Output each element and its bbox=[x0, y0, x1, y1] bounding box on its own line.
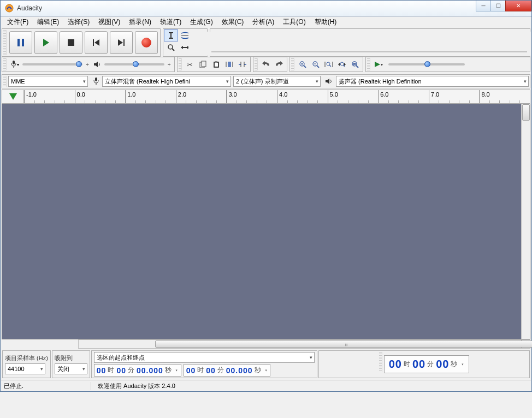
selection-mode-combo[interactable]: 选区的起点和终点 bbox=[94, 352, 315, 363]
toolbar-grip[interactable] bbox=[3, 30, 7, 55]
pause-button[interactable] bbox=[9, 31, 32, 54]
record-channels-combo[interactable]: 2 (立体声) 录制声道 bbox=[233, 76, 321, 87]
menu-edit[interactable]: 编辑(E) bbox=[33, 16, 63, 28]
timeshift-tool[interactable] bbox=[178, 41, 192, 53]
window-titlebar: Audacity ─ ☐ ✕ bbox=[0, 0, 532, 16]
ruler-tick: 0.0 bbox=[75, 90, 85, 103]
undo-button[interactable] bbox=[259, 58, 273, 70]
selection-tool[interactable] bbox=[164, 29, 178, 41]
menu-tools[interactable]: 工具(O) bbox=[279, 16, 310, 28]
trim-button[interactable] bbox=[223, 58, 236, 70]
transport-toolbar bbox=[2, 28, 161, 57]
window-close-button[interactable]: ✕ bbox=[505, 1, 531, 11]
status-welcome: 欢迎使用 Audacity 版本 2.4.0 bbox=[98, 382, 175, 390]
toolbar-grip[interactable] bbox=[179, 58, 182, 70]
menu-tracks[interactable]: 轨道(T) bbox=[156, 16, 186, 28]
record-level-meter[interactable]: 点击开始监视 bbox=[355, 41, 405, 50]
zoom-tool[interactable] bbox=[164, 41, 178, 53]
redo-button[interactable] bbox=[273, 58, 286, 70]
paste-button[interactable] bbox=[210, 58, 223, 70]
snap-group: 吸附到 关闭 bbox=[52, 350, 90, 378]
svg-rect-8 bbox=[123, 39, 125, 46]
window-maximize-button[interactable]: ☐ bbox=[490, 1, 506, 11]
multi-tool[interactable]: ✳ bbox=[192, 41, 206, 53]
horizontal-scrollbar[interactable] bbox=[78, 339, 522, 349]
snap-label: 吸附到 bbox=[55, 354, 87, 362]
svg-rect-19 bbox=[338, 38, 340, 43]
svg-line-41 bbox=[304, 65, 306, 68]
svg-marker-59 bbox=[326, 79, 329, 84]
edit-toolbar: ✂ bbox=[177, 57, 251, 72]
toolbar-grip[interactable] bbox=[3, 58, 7, 70]
skip-end-button[interactable] bbox=[110, 31, 133, 54]
stop-button[interactable] bbox=[60, 31, 82, 54]
timeline-ruler[interactable]: -1.00.01.02.03.04.05.06.07.08.09.0 bbox=[2, 89, 530, 104]
mic-meter-icon[interactable]: ▾ bbox=[333, 32, 347, 53]
audio-position-time[interactable]: 00时 00分 00秒 bbox=[384, 355, 470, 373]
menu-help[interactable]: 帮助(H) bbox=[310, 16, 341, 28]
menu-select[interactable]: 选择(S) bbox=[63, 16, 94, 28]
toolbar-grip[interactable] bbox=[379, 352, 382, 372]
zoom-out-button[interactable] bbox=[309, 58, 322, 70]
record-button[interactable] bbox=[135, 31, 158, 54]
svg-marker-25 bbox=[94, 62, 98, 67]
fit-project-button[interactable] bbox=[335, 58, 348, 70]
ruler-tick: 2.0 bbox=[176, 90, 186, 103]
menu-file[interactable]: 文件(F) bbox=[3, 16, 33, 28]
silence-button[interactable] bbox=[236, 58, 249, 70]
record-icon bbox=[141, 38, 151, 47]
ruler-tick: 8.0 bbox=[479, 90, 489, 103]
play-at-speed-button[interactable]: ▾ bbox=[372, 58, 385, 70]
ruler-tick: -1.0 bbox=[24, 90, 37, 103]
ruler-tick: 5.0 bbox=[328, 90, 338, 103]
pin-button[interactable] bbox=[2, 90, 24, 103]
play-button[interactable] bbox=[34, 31, 57, 54]
window-minimize-button[interactable]: ─ bbox=[476, 1, 491, 11]
playback-volume-slider[interactable] bbox=[104, 63, 164, 65]
project-rate-label: 项目采样率 (Hz) bbox=[5, 354, 48, 362]
toolbar-grip[interactable] bbox=[3, 76, 7, 87]
zoom-toolbar: ⇄ bbox=[289, 57, 363, 72]
vertical-scrollbar[interactable] bbox=[521, 104, 530, 339]
playback-level-meter[interactable] bbox=[211, 51, 527, 52]
audio-host-combo[interactable]: MME bbox=[8, 76, 88, 87]
menu-view[interactable]: 视图(V) bbox=[94, 16, 125, 28]
menu-effect[interactable]: 效果(C) bbox=[217, 16, 249, 28]
svg-rect-31 bbox=[228, 62, 231, 67]
toolbar-grip[interactable] bbox=[255, 58, 258, 70]
device-toolbar: MME 立体声混音 (Realtek High Defini 2 (立体声) 录… bbox=[2, 74, 530, 88]
svg-rect-10 bbox=[169, 32, 173, 33]
zoom-in-button[interactable] bbox=[296, 58, 309, 70]
status-state: 已停止. bbox=[4, 382, 91, 390]
envelope-tool[interactable] bbox=[178, 29, 192, 41]
selection-start-time[interactable]: 00时 00分 00.000秒 bbox=[94, 364, 181, 377]
speaker-icon bbox=[325, 77, 334, 85]
mixer-toolbar: ▾ + + bbox=[2, 57, 175, 72]
playback-device-combo[interactable]: 扬声器 (Realtek High Definition bbox=[336, 76, 529, 87]
menu-generate[interactable]: 生成(G) bbox=[186, 16, 217, 28]
record-volume-slider[interactable] bbox=[22, 63, 82, 65]
zoom-toggle-button[interactable]: ⇄ bbox=[348, 58, 362, 70]
toolbar-grip[interactable] bbox=[367, 58, 370, 70]
tracks-panel[interactable] bbox=[2, 104, 530, 339]
mic-icon bbox=[92, 77, 100, 86]
draw-tool[interactable] bbox=[192, 29, 206, 41]
project-rate-combo[interactable]: 44100 bbox=[5, 363, 45, 374]
tools-toolbar: ✳ bbox=[163, 28, 208, 57]
fit-selection-button[interactable] bbox=[322, 58, 335, 70]
skip-start-button[interactable] bbox=[85, 31, 108, 54]
snap-combo[interactable]: 关闭 bbox=[55, 363, 87, 374]
selection-toolbar: 项目采样率 (Hz) 44100 吸附到 关闭 选区的起点和终点 00时 00分… bbox=[0, 349, 532, 380]
window-title: Audacity bbox=[17, 4, 42, 12]
playback-speed-slider[interactable] bbox=[388, 63, 465, 65]
menu-transport[interactable]: 播录(N) bbox=[125, 16, 156, 28]
selection-end-time[interactable]: 00时 00分 00.000秒 bbox=[184, 364, 271, 377]
svg-rect-1 bbox=[17, 39, 20, 46]
record-device-combo[interactable]: 立体声混音 (Realtek High Defini bbox=[102, 76, 231, 87]
menu-analyze[interactable]: 分析(A) bbox=[248, 16, 279, 28]
audio-position-group: 00时 00分 00秒 bbox=[318, 350, 530, 378]
copy-button[interactable] bbox=[197, 58, 210, 70]
cut-button[interactable]: ✂ bbox=[184, 58, 197, 70]
toolbar-grip[interactable] bbox=[291, 58, 294, 70]
app-logo-icon bbox=[5, 4, 14, 13]
